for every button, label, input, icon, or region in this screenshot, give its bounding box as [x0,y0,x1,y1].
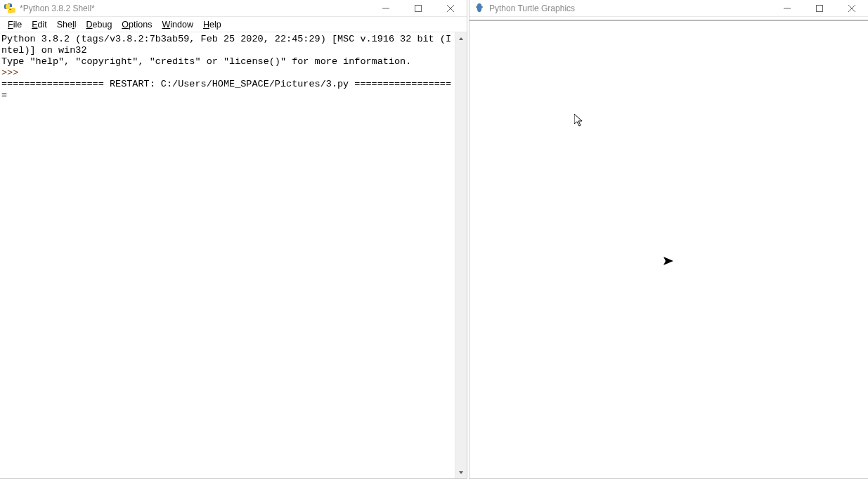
shell-title: *Python 3.8.2 Shell* [20,4,95,13]
shell-restart-line: ================== RESTART: C:/Users/HOM… [1,79,451,101]
menu-options[interactable]: Options [117,18,157,31]
svg-marker-11 [574,114,582,126]
menu-window[interactable]: Window [157,18,197,31]
turtle-window: Python Turtle Graphics [469,0,868,479]
turtle-title: Python Turtle Graphics [489,4,575,13]
minimize-button[interactable] [370,0,402,16]
turtle-canvas[interactable] [469,20,868,478]
shell-body: Python 3.8.2 (tags/v3.8.2:7b3ab59, Feb 2… [0,32,467,478]
svg-rect-7 [817,5,823,11]
svg-marker-10 [663,257,673,265]
turtle-window-controls [771,0,868,16]
svg-marker-4 [459,37,463,40]
svg-rect-1 [415,5,422,11]
shell-titlebar[interactable]: *Python 3.8.2 Shell* [0,0,467,17]
turtle-app-icon [474,3,485,14]
svg-marker-5 [459,471,463,474]
python-idle-icon [4,3,15,14]
menu-help[interactable]: Help [198,18,226,31]
menu-edit[interactable]: Edit [27,18,52,31]
shell-window-controls [370,0,467,16]
scroll-up-icon[interactable] [455,32,467,44]
maximize-button[interactable] [402,0,434,16]
close-button[interactable] [434,0,467,16]
shell-scrollbar[interactable] [455,32,467,478]
turtle-titlebar[interactable]: Python Turtle Graphics [469,0,868,17]
shell-banner-line1: Python 3.8.2 (tags/v3.8.2:7b3ab59, Feb 2… [1,34,451,56]
shell-text-area[interactable]: Python 3.8.2 (tags/v3.8.2:7b3ab59, Feb 2… [0,32,455,478]
menu-file[interactable]: File [3,18,27,31]
minimize-button[interactable] [771,0,803,16]
menu-shell[interactable]: Shell [52,18,82,31]
shell-banner-line2: Type "help", "copyright", "credits" or "… [1,56,411,67]
mouse-cursor-icon [574,114,584,129]
menu-debug[interactable]: Debug [82,18,117,31]
shell-menubar: File Edit Shell Debug Options Window Hel… [0,17,467,32]
close-button[interactable] [836,0,868,16]
shell-prompt: >>> [1,68,24,78]
maximize-button[interactable] [803,0,836,16]
turtle-cursor-icon [663,257,673,267]
python-shell-window: *Python 3.8.2 Shell* File Edit Shell Deb… [0,0,467,479]
scroll-down-icon[interactable] [455,466,467,478]
